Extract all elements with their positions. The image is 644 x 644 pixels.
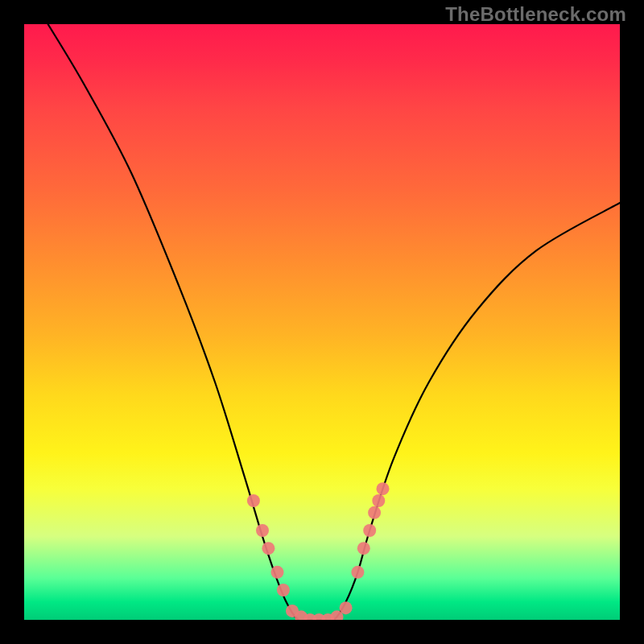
marker-group [247, 482, 390, 620]
data-marker [363, 524, 376, 537]
data-marker [262, 542, 275, 555]
data-marker [271, 566, 284, 579]
data-marker [351, 566, 364, 579]
data-marker [340, 601, 353, 614]
curve-layer [24, 24, 620, 620]
attribution-text: TheBottleneck.com [445, 3, 626, 26]
data-marker [372, 494, 385, 507]
data-marker [247, 494, 260, 507]
bottleneck-curve [48, 24, 620, 620]
data-marker [377, 482, 390, 495]
data-marker [357, 542, 370, 555]
data-marker [368, 506, 381, 519]
data-marker [256, 524, 269, 537]
plot-area [24, 24, 620, 620]
chart-frame: TheBottleneck.com [0, 0, 644, 644]
data-marker [277, 584, 290, 597]
